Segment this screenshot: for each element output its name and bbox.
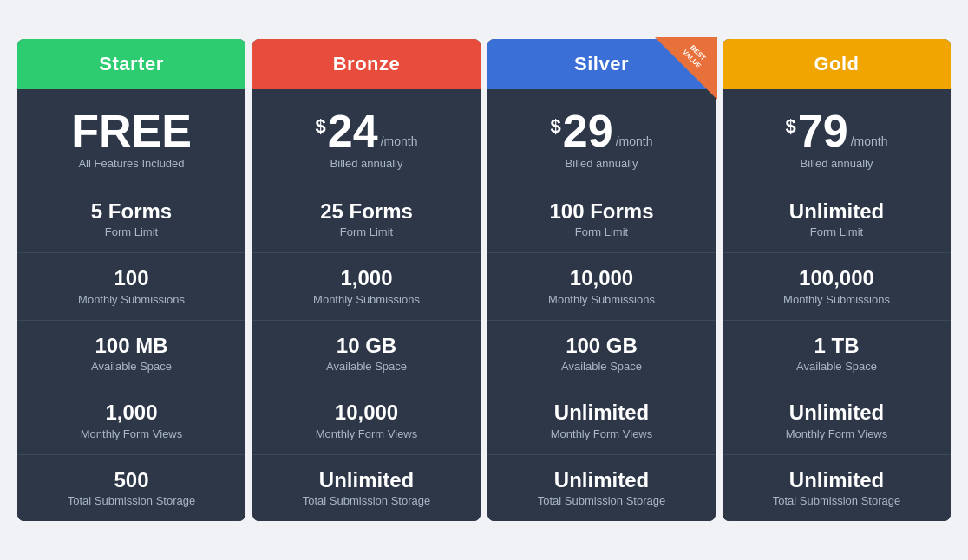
feature-row-starter-3: 1,000Monthly Form Views xyxy=(17,387,245,454)
feature-value-bronze-2: 10 GB xyxy=(261,335,472,357)
feature-value-gold-3: Unlimited xyxy=(731,401,942,424)
price-section-silver: $29/monthBilled annually xyxy=(487,89,716,186)
feature-row-bronze-3: 10,000Monthly Form Views xyxy=(252,387,481,454)
feature-value-starter-3: 1,000 xyxy=(26,401,237,424)
feature-value-bronze-0: 25 Forms xyxy=(261,200,472,223)
feature-label-starter-2: Available Space xyxy=(26,360,237,373)
feature-value-bronze-3: 10,000 xyxy=(261,401,472,424)
feature-label-bronze-3: Monthly Form Views xyxy=(261,427,472,440)
feature-value-silver-2: 100 GB xyxy=(496,335,707,357)
feature-row-gold-4: UnlimitedTotal Submission Storage xyxy=(723,455,951,521)
price-dollar-silver: $ xyxy=(551,115,561,138)
best-value-text: BEST VALUE xyxy=(674,37,716,76)
pricing-container: StarterFREEAll Features Included5 FormsF… xyxy=(0,22,968,538)
price-sub-starter: All Features Included xyxy=(26,157,237,170)
feature-label-starter-3: Monthly Form Views xyxy=(26,427,237,440)
feature-value-gold-2: 1 TB xyxy=(731,335,942,357)
price-amount-gold: $79/month xyxy=(731,108,942,153)
feature-label-bronze-1: Monthly Submissions xyxy=(261,293,472,306)
best-value-badge: BEST VALUE xyxy=(655,37,717,100)
feature-row-silver-3: UnlimitedMonthly Form Views xyxy=(487,387,716,454)
plan-card-silver: BEST VALUESilver$29/monthBilled annually… xyxy=(487,39,716,521)
price-month-gold: /month xyxy=(851,134,888,148)
feature-row-starter-2: 100 MBAvailable Space xyxy=(17,321,245,387)
feature-row-gold-0: UnlimitedForm Limit xyxy=(723,186,951,253)
feature-value-bronze-4: Unlimited xyxy=(261,469,472,492)
price-month-bronze: /month xyxy=(381,134,418,148)
feature-label-bronze-4: Total Submission Storage xyxy=(261,494,472,507)
feature-value-silver-4: Unlimited xyxy=(496,469,707,492)
feature-label-silver-1: Monthly Submissions xyxy=(496,293,707,306)
feature-label-starter-4: Total Submission Storage xyxy=(26,494,237,507)
feature-row-starter-4: 500Total Submission Storage xyxy=(17,455,245,521)
feature-row-silver-4: UnlimitedTotal Submission Storage xyxy=(487,455,716,521)
price-dollar-gold: $ xyxy=(786,115,796,138)
feature-label-silver-2: Available Space xyxy=(496,360,707,373)
price-dollar-bronze: $ xyxy=(316,115,326,138)
feature-label-silver-0: Form Limit xyxy=(496,225,707,238)
feature-value-starter-2: 100 MB xyxy=(26,335,237,357)
price-amount-bronze: $24/month xyxy=(261,108,472,153)
plan-name-gold: Gold xyxy=(731,53,942,75)
feature-row-starter-0: 5 FormsForm Limit xyxy=(17,186,245,253)
plan-header-gold: Gold xyxy=(723,39,951,89)
feature-label-silver-3: Monthly Form Views xyxy=(496,427,707,440)
feature-value-starter-4: 500 xyxy=(26,469,237,492)
feature-row-bronze-0: 25 FormsForm Limit xyxy=(252,186,481,253)
price-section-starter: FREEAll Features Included xyxy=(17,89,245,186)
price-number-silver: 29 xyxy=(563,108,613,153)
price-amount-silver: $29/month xyxy=(496,108,707,153)
price-free-starter: FREE xyxy=(26,108,237,153)
feature-label-gold-4: Total Submission Storage xyxy=(731,494,942,507)
price-sub-bronze: Billed annually xyxy=(261,157,472,170)
feature-row-silver-0: 100 FormsForm Limit xyxy=(487,186,716,253)
feature-row-bronze-4: UnlimitedTotal Submission Storage xyxy=(252,455,481,521)
price-number-gold: 79 xyxy=(798,108,848,153)
feature-label-gold-3: Monthly Form Views xyxy=(731,427,942,440)
plan-card-starter: StarterFREEAll Features Included5 FormsF… xyxy=(17,39,245,521)
plan-header-bronze: Bronze xyxy=(252,39,481,89)
feature-row-bronze-2: 10 GBAvailable Space xyxy=(252,321,481,387)
plan-card-gold: Gold$79/monthBilled annuallyUnlimitedFor… xyxy=(723,39,951,521)
feature-row-starter-1: 100Monthly Submissions xyxy=(17,253,245,320)
feature-label-bronze-0: Form Limit xyxy=(261,225,472,238)
feature-value-silver-0: 100 Forms xyxy=(496,200,707,223)
feature-label-silver-4: Total Submission Storage xyxy=(496,494,707,507)
feature-value-bronze-1: 1,000 xyxy=(261,267,472,290)
price-section-gold: $79/monthBilled annually xyxy=(723,89,951,186)
feature-row-silver-1: 10,000Monthly Submissions xyxy=(487,253,716,320)
feature-row-silver-2: 100 GBAvailable Space xyxy=(487,321,716,387)
feature-value-silver-3: Unlimited xyxy=(496,401,707,424)
price-sub-silver: Billed annually xyxy=(496,157,707,170)
feature-label-starter-0: Form Limit xyxy=(26,225,237,238)
price-month-silver: /month xyxy=(616,134,653,148)
feature-row-gold-2: 1 TBAvailable Space xyxy=(723,321,951,387)
plan-card-bronze: Bronze$24/monthBilled annually25 FormsFo… xyxy=(252,39,481,521)
feature-value-gold-1: 100,000 xyxy=(731,267,942,290)
feature-value-starter-0: 5 Forms xyxy=(26,200,237,223)
plan-header-starter: Starter xyxy=(17,39,245,89)
feature-label-starter-1: Monthly Submissions xyxy=(26,293,237,306)
price-section-bronze: $24/monthBilled annually xyxy=(252,89,481,186)
plan-name-starter: Starter xyxy=(26,53,237,75)
price-number-bronze: 24 xyxy=(328,108,378,153)
price-sub-gold: Billed annually xyxy=(731,157,942,170)
feature-row-bronze-1: 1,000Monthly Submissions xyxy=(252,253,481,320)
feature-label-gold-1: Monthly Submissions xyxy=(731,293,942,306)
feature-label-bronze-2: Available Space xyxy=(261,360,472,373)
feature-value-starter-1: 100 xyxy=(26,267,237,290)
plan-name-bronze: Bronze xyxy=(261,53,472,75)
feature-label-gold-0: Form Limit xyxy=(731,225,942,238)
feature-row-gold-1: 100,000Monthly Submissions xyxy=(723,253,951,320)
feature-value-gold-4: Unlimited xyxy=(731,469,942,492)
feature-label-gold-2: Available Space xyxy=(731,360,942,373)
feature-row-gold-3: UnlimitedMonthly Form Views xyxy=(723,387,951,454)
feature-value-silver-1: 10,000 xyxy=(496,267,707,290)
feature-value-gold-0: Unlimited xyxy=(731,200,942,223)
